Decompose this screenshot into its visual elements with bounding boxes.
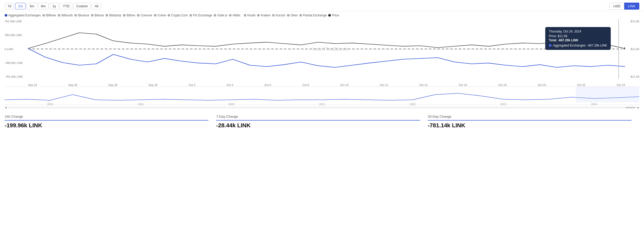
x-label-9: Oct 12 — [380, 83, 388, 87]
y-label-2: 0 LINK — [5, 48, 28, 51]
tooltip-exchange-line: Aggregated Exchanges: -667.29k LINK — [549, 44, 607, 47]
chart-plot: ⬡ IntoTheBlock Thursday, Oct 24, 2024 Pr… — [28, 19, 625, 79]
btn-usd[interactable]: USD — [609, 3, 624, 10]
legend-bar: Aggregated Exchanges Bitfinex Bithumb Bi… — [0, 11, 644, 19]
legend-binance[interactable]: Binance — [74, 14, 89, 17]
legend-cryptocom[interactable]: Crypto.Com — [168, 14, 188, 17]
legend-bitstamp[interactable]: Bitstamp — [106, 14, 121, 17]
legend-label-kraken: Kraken — [261, 14, 271, 17]
x-label-11: Oct 16 — [459, 83, 467, 87]
legend-label-bittrex: Bittrex — [127, 14, 135, 17]
mini-x-2018: 2018 — [47, 103, 53, 106]
btn-7d[interactable]: 7d — [5, 3, 14, 9]
stat-24h: 24h Change -199.96k LINK — [5, 115, 216, 129]
legend-ftx[interactable]: Ftx Exchange — [189, 14, 212, 17]
legend-label-aggregated: Aggregated Exchanges — [8, 14, 41, 17]
btn-1m[interactable]: 1m — [15, 3, 25, 9]
stat-24h-value: -199.96k LINK — [5, 122, 208, 129]
legend-label-cryptocom: Crypto.Com — [171, 14, 188, 17]
legend-dot-bittrex — [123, 14, 126, 17]
y-labels-right: $13.00 $12.00 $11.00 — [625, 19, 639, 79]
legend-label-bitstamp: Bitstamp — [109, 14, 121, 17]
legend-bittrex[interactable]: Bittrex — [123, 14, 135, 17]
legend-coinone[interactable]: Coinone — [137, 14, 152, 17]
btn-all[interactable]: All — [92, 3, 101, 9]
legend-dot-bithumb — [58, 14, 60, 17]
legend-label-coinone: Coinone — [141, 14, 152, 17]
legend-bitmax[interactable]: Bitmax — [91, 14, 104, 17]
legend-dot-coinw — [154, 14, 156, 17]
scroll-thumb[interactable] — [625, 107, 636, 108]
svg-rect-3 — [576, 87, 639, 102]
legend-dot-kraken — [257, 14, 260, 17]
tooltip-exchange: Aggregated Exchanges: -667.29k LINK — [553, 44, 607, 47]
legend-hitbtc[interactable]: Hitbtc — [229, 14, 241, 17]
x-label-2: Sep 28 — [108, 83, 117, 87]
y-label-0: 781.65k LINK — [5, 20, 28, 23]
legend-dot-bitstamp — [106, 14, 108, 17]
legend-label-hitbtc: Hitbtc — [233, 14, 241, 17]
legend-coinw[interactable]: Coinw — [154, 14, 166, 17]
legend-okex[interactable]: Okex — [287, 14, 298, 17]
legend-kraken[interactable]: Kraken — [257, 14, 271, 17]
scroll-left-arrow[interactable]: ◀ — [5, 106, 7, 109]
mini-x-2022: 2022 — [410, 103, 416, 106]
mini-x-2020: 2020 — [228, 103, 234, 106]
time-buttons: 7d 1m 3m 6m 1y YTD Custom All — [5, 3, 101, 9]
btn-link[interactable]: LINK — [624, 3, 639, 10]
btn-custom[interactable]: Custom — [73, 3, 91, 9]
legend-bitfinex[interactable]: Bitfinex — [42, 14, 56, 17]
legend-label-bitmax: Bitmax — [95, 14, 104, 17]
btn-3m[interactable]: 3m — [27, 3, 37, 9]
legend-dot-gateio — [214, 14, 216, 17]
stat-24h-label: 24h Change — [5, 115, 208, 121]
x-labels: Sep 24 Sep 26 Sep 28 Sep 30 Oct 2 Oct 4 … — [28, 83, 625, 87]
stat-7d-label: 7-Day Change — [216, 115, 420, 121]
x-label-10: Oct 14 — [419, 83, 428, 87]
mini-x-2019: 2019 — [138, 103, 143, 106]
legend-label-kucoin: Kucoin — [276, 14, 285, 17]
mini-x-2024: 2024 — [591, 103, 597, 106]
legend-huobi[interactable]: Huobi — [244, 14, 255, 17]
mini-x-2021: 2021 — [319, 103, 325, 106]
stats-bar: 24h Change -199.96k LINK 7-Day Change -2… — [0, 110, 644, 131]
legend-dot-binance — [74, 14, 77, 17]
x-label-12: Oct 18 — [498, 83, 507, 87]
stat-7d: 7-Day Change -28.44k LINK — [216, 115, 428, 129]
x-label-6: Oct 6 — [264, 83, 271, 87]
legend-panda[interactable]: Panda Exchange — [299, 14, 327, 17]
y-label-r1: $12.00 — [625, 48, 639, 51]
legend-label-coinw: Coinw — [157, 14, 166, 17]
legend-dot-bitmax — [91, 14, 94, 17]
stat-30d-label: 30-Day Change — [428, 115, 632, 121]
x-label-13: Oct 20 — [538, 83, 546, 87]
legend-price[interactable]: Price — [328, 14, 339, 17]
legend-aggregated[interactable]: Aggregated Exchanges — [5, 14, 41, 17]
legend-label-price: Price — [332, 14, 339, 17]
legend-dot-huobi — [244, 14, 246, 17]
stat-7d-value: -28.44k LINK — [216, 122, 420, 129]
x-label-15: Oct 24 — [617, 83, 625, 87]
legend-kucoin[interactable]: Kucoin — [272, 14, 285, 17]
legend-gateio[interactable]: Gate.io — [214, 14, 227, 17]
legend-label-bithumb: Bithumb — [61, 14, 73, 17]
chart-svg — [28, 19, 625, 79]
btn-ytd[interactable]: YTD — [60, 3, 72, 9]
y-label-4: -781.65k LINK — [5, 75, 28, 78]
scroll-track[interactable] — [8, 107, 636, 108]
scroll-right-arrow[interactable]: ▶ — [637, 106, 639, 109]
legend-dot-hitbtc — [229, 14, 232, 17]
tooltip-total: Total: -667.29k LINK — [549, 38, 607, 42]
legend-bithumb[interactable]: Bithumb — [58, 14, 73, 17]
legend-label-panda: Panda Exchange — [303, 14, 327, 17]
x-label-5: Oct 4 — [226, 83, 233, 87]
btn-1y[interactable]: 1y — [50, 3, 59, 9]
y-label-3: -390.82k LINK — [5, 61, 28, 64]
legend-dot-ftx — [189, 14, 192, 17]
btn-6m[interactable]: 6m — [38, 3, 49, 9]
legend-label-bitfinex: Bitfinex — [46, 14, 56, 17]
y-label-r2: $11.00 — [625, 75, 639, 78]
stat-30d-value: -781.14k LINK — [428, 122, 632, 129]
svg-point-2 — [623, 47, 625, 50]
main-chart: 781.65k LINK 390.83k LINK 0 LINK -390.82… — [5, 19, 639, 87]
